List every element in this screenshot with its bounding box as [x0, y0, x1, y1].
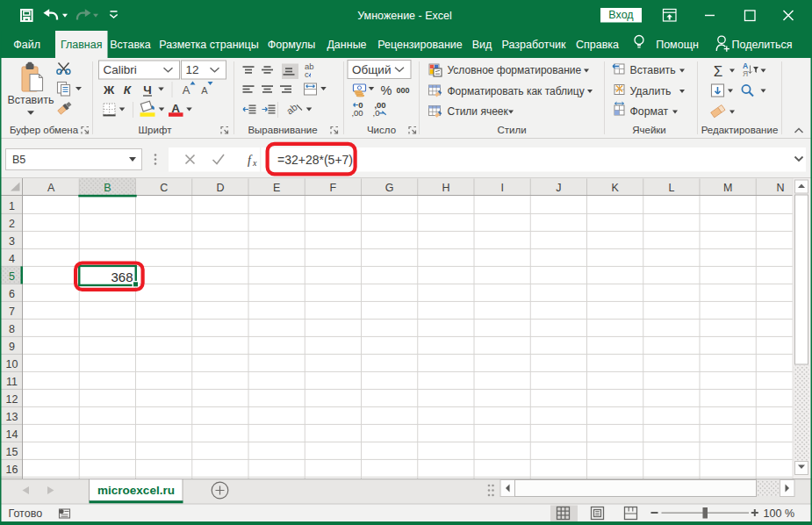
svg-text:Форматировать как таблицу: Форматировать как таблицу — [448, 85, 585, 97]
svg-text:Стили: Стили — [497, 125, 526, 135]
svg-text:Число: Число — [367, 125, 396, 135]
svg-text:B5: B5 — [12, 154, 25, 166]
svg-text:Условное форматирование: Условное форматирование — [448, 64, 582, 76]
svg-text:12: 12 — [6, 393, 18, 406]
svg-text:Разметка страницы: Разметка страницы — [159, 39, 258, 51]
svg-text:C: C — [160, 182, 168, 194]
svg-text:Общий: Общий — [352, 63, 391, 76]
svg-text:14: 14 — [6, 428, 18, 441]
svg-text:Ячейки: Ячейки — [632, 125, 666, 135]
svg-text:Справка: Справка — [576, 39, 619, 51]
svg-text:Формулы: Формулы — [268, 39, 315, 51]
svg-text:368: 368 — [111, 270, 133, 284]
svg-text:Рецензирование: Рецензирование — [377, 39, 463, 51]
svg-text:K: K — [611, 182, 619, 194]
svg-text:9: 9 — [9, 341, 15, 353]
svg-text:Умножение - Excel: Умножение - Excel — [357, 10, 452, 22]
svg-text:I: I — [500, 182, 503, 194]
svg-text:4: 4 — [9, 253, 15, 265]
svg-text:Помощн: Помощн — [656, 39, 699, 51]
svg-text:=32+28*(5+7): =32+28*(5+7) — [277, 153, 353, 167]
svg-text:3: 3 — [9, 235, 15, 248]
svg-text:B: B — [104, 182, 111, 194]
svg-text:microexcel.ru: microexcel.ru — [97, 484, 175, 497]
svg-text:Выравнивание: Выравнивание — [248, 125, 317, 135]
svg-text:Calibri: Calibri — [104, 63, 137, 76]
svg-text:Ч: Ч — [143, 83, 152, 97]
svg-text:Вход: Вход — [608, 9, 634, 21]
svg-text:Σ: Σ — [714, 63, 723, 80]
svg-text:Удалить: Удалить — [630, 85, 672, 97]
svg-text:2: 2 — [9, 218, 15, 230]
svg-text:L: L — [668, 182, 674, 194]
svg-text:5: 5 — [9, 270, 15, 283]
svg-text:000: 000 — [396, 86, 409, 95]
svg-text:Файл: Файл — [13, 39, 40, 51]
svg-text:1: 1 — [9, 200, 15, 212]
svg-text:6: 6 — [9, 288, 15, 300]
svg-text:16: 16 — [6, 464, 18, 476]
svg-text:100 %: 100 % — [764, 507, 794, 520]
svg-text:Ж: Ж — [103, 83, 115, 97]
svg-text:x: x — [252, 158, 257, 168]
svg-text:Готово: Готово — [9, 507, 43, 520]
svg-text:G: G — [385, 182, 394, 194]
svg-text:Вид: Вид — [472, 39, 492, 51]
svg-text:Буфер обмена: Буфер обмена — [10, 125, 79, 135]
svg-text:D: D — [216, 182, 224, 194]
svg-text:Разработчик: Разработчик — [502, 39, 566, 51]
svg-text:Я: Я — [743, 69, 748, 78]
svg-text:Данные: Данные — [327, 39, 366, 51]
svg-text:%: % — [381, 83, 392, 97]
svg-text:J: J — [556, 182, 561, 194]
svg-text:,00: ,00 — [351, 108, 363, 118]
svg-text:c: c — [305, 69, 309, 79]
svg-text:E: E — [273, 182, 280, 194]
svg-text:M: M — [723, 182, 732, 194]
svg-text:15: 15 — [6, 446, 18, 458]
svg-text:А: А — [183, 83, 190, 97]
svg-text:12: 12 — [186, 63, 199, 76]
svg-text:,0: ,0 — [373, 108, 380, 118]
svg-text:13: 13 — [6, 411, 18, 423]
svg-text:Редактирование: Редактирование — [701, 125, 779, 135]
svg-text:8: 8 — [9, 323, 15, 335]
svg-text:7: 7 — [9, 306, 15, 318]
svg-text:A: A — [47, 182, 55, 194]
svg-text:А: А — [201, 85, 208, 96]
svg-text:Вставить: Вставить — [630, 64, 676, 76]
svg-text:Главная: Главная — [61, 39, 103, 51]
svg-text:А: А — [171, 102, 180, 115]
svg-text:Шрифт: Шрифт — [139, 125, 173, 135]
svg-text:H: H — [442, 182, 449, 194]
svg-text:Поделиться: Поделиться — [731, 39, 792, 51]
svg-text:Стили ячеек: Стили ячеек — [448, 105, 509, 118]
svg-text:Формат: Формат — [630, 105, 669, 118]
svg-text:F: F — [330, 182, 337, 194]
svg-text:10: 10 — [6, 358, 18, 370]
svg-text:11: 11 — [6, 376, 18, 388]
svg-text:N: N — [776, 182, 784, 194]
svg-text:Вставить: Вставить — [8, 94, 54, 106]
svg-text:Вставка: Вставка — [110, 39, 151, 51]
